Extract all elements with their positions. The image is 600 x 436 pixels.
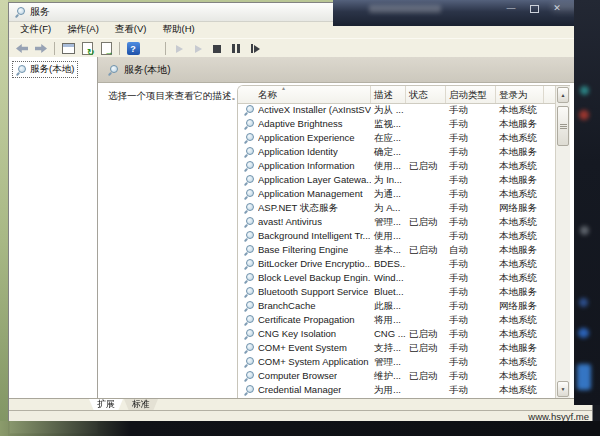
service-row[interactable]: Certificate Propagation 将用... 手动 本地系统	[238, 313, 555, 327]
service-logon-as: 本地系统	[496, 327, 544, 341]
column-header[interactable]: ▴描述	[371, 86, 406, 103]
service-row[interactable]: Base Filtering Engine 基本... 已启动 自动 本地服务	[238, 243, 555, 257]
service-description: 为从 ...	[371, 103, 406, 117]
maximize-button[interactable]	[527, 2, 541, 14]
service-icon	[244, 357, 254, 367]
service-status	[406, 313, 446, 327]
service-row[interactable]: ActiveX Installer (AxInstSV) 为从 ... 手动 本…	[238, 103, 555, 117]
menu-item[interactable]: 帮助(H)	[154, 21, 202, 38]
tree-item-services-local[interactable]: 服务(本地)	[13, 62, 77, 77]
back-icon[interactable]	[13, 41, 31, 57]
service-startup-type: 手动	[446, 257, 496, 271]
service-name: Application Information	[258, 159, 355, 173]
forward-icon[interactable]	[32, 41, 50, 57]
service-name: CNG Key Isolation	[258, 327, 336, 341]
service-description: CNG ...	[371, 327, 406, 341]
close-button[interactable]: ✕	[550, 2, 564, 14]
service-name: ASP.NET 状态服务	[258, 201, 338, 215]
service-description: 使用...	[371, 159, 406, 173]
service-startup-type: 手动	[446, 131, 496, 145]
service-startup-type: 手动	[446, 215, 496, 229]
service-status	[406, 145, 446, 159]
service-row[interactable]: avast! Antivirus 管理... 已启动 手动 本地系统	[238, 215, 555, 229]
column-header[interactable]: ▴登录为	[496, 86, 544, 103]
stop-service-icon[interactable]	[208, 41, 226, 57]
resume-service-icon[interactable]	[189, 41, 207, 57]
start-service-icon[interactable]	[170, 41, 188, 57]
service-logon-as: 本地系统	[496, 229, 544, 243]
service-icon	[244, 301, 254, 311]
service-row[interactable]: BitLocker Drive Encryptio... BDES... 手动 …	[238, 257, 555, 271]
service-status: 已启动	[406, 215, 446, 229]
details-header: 服务(本地)	[98, 57, 592, 83]
service-row[interactable]: Application Identity 确定... 手动 本地服务	[238, 145, 555, 159]
service-icon	[244, 203, 254, 213]
scroll-up-button[interactable]: ▲	[557, 87, 569, 103]
pause-service-icon[interactable]	[227, 41, 245, 57]
service-startup-type: 手动	[446, 341, 496, 355]
service-icon	[244, 119, 254, 129]
column-header[interactable]: ▴启动类型	[446, 86, 496, 103]
sort-indicator-icon: ▴	[282, 86, 285, 91]
service-row[interactable]: Background Intelligent Tr... 使用... 手动 本地…	[238, 229, 555, 243]
column-header[interactable]: ▴状态	[406, 86, 446, 103]
service-status	[406, 383, 446, 397]
service-row[interactable]: Application Management 为通... 手动 本地系统	[238, 187, 555, 201]
menu-item[interactable]: 文件(F)	[12, 21, 59, 38]
background-window-titlebar: — ✕	[333, 0, 600, 26]
service-row[interactable]: CNG Key Isolation CNG ... 已启动 手动 本地系统	[238, 327, 555, 341]
service-status	[406, 285, 446, 299]
vertical-scrollbar[interactable]: ▲ ▼	[555, 86, 570, 398]
help-icon[interactable]: ?	[124, 41, 142, 57]
services-list-panel: ▴名称▴描述▴状态▴启动类型▴登录为 ActiveX Installer (Ax…	[237, 85, 570, 398]
service-startup-type: 手动	[446, 313, 496, 327]
service-status: 已启动	[406, 327, 446, 341]
show-window-icon[interactable]	[59, 41, 77, 57]
service-row[interactable]: Credential Manager 为用... 手动 本地系统	[238, 383, 555, 397]
service-logon-as: 本地系统	[496, 313, 544, 327]
column-header[interactable]: ▴名称	[238, 86, 371, 103]
service-name: COM+ System Application	[258, 355, 369, 369]
service-logon-as: 网络服务	[496, 201, 544, 215]
service-status	[406, 257, 446, 271]
service-row[interactable]: Adaptive Brightness 监视... 手动 本地服务	[238, 117, 555, 131]
service-row[interactable]: Block Level Backup Engin... Wind... 手动 本…	[238, 271, 555, 285]
service-startup-type: 手动	[446, 383, 496, 397]
service-logon-as: 本地系统	[496, 215, 544, 229]
service-description: 支持...	[371, 341, 406, 355]
service-status: 已启动	[406, 341, 446, 355]
export-list-icon[interactable]: →	[97, 41, 115, 57]
service-icon	[244, 273, 254, 283]
service-icon	[244, 259, 254, 269]
service-description: 管理...	[371, 355, 406, 369]
service-row[interactable]: COM+ System Application 管理... 手动 本地系统	[238, 355, 555, 369]
menu-item[interactable]: 查看(V)	[107, 21, 155, 38]
service-row[interactable]: BranchCache 此服... 手动 网络服务	[238, 299, 555, 313]
service-description: BDES...	[371, 257, 406, 271]
service-row[interactable]: Computer Browser 维护... 已启动 手动 本地系统	[238, 369, 555, 383]
console-tree-icon[interactable]	[143, 41, 161, 57]
restart-service-icon[interactable]	[246, 41, 264, 57]
service-startup-type: 手动	[446, 355, 496, 369]
service-row[interactable]: COM+ Event System 支持... 已启动 手动 本地服务	[238, 341, 555, 355]
details-header-title: 服务(本地)	[124, 63, 171, 77]
view-tabs-row: 扩展标准	[9, 398, 592, 410]
refresh-icon[interactable]: ↻	[78, 41, 96, 57]
service-icon	[244, 245, 254, 255]
service-row[interactable]: Application Information 使用... 已启动 手动 本地系…	[238, 159, 555, 173]
service-icon	[244, 385, 254, 395]
service-row[interactable]: Application Layer Gatewa... 为 In... 手动 本…	[238, 173, 555, 187]
service-name: Application Management	[258, 187, 363, 201]
minimize-button[interactable]: —	[504, 2, 518, 14]
service-startup-type: 手动	[446, 229, 496, 243]
scroll-thumb[interactable]	[557, 106, 569, 146]
menu-item[interactable]: 操作(A)	[59, 21, 107, 38]
service-logon-as: 本地系统	[496, 383, 544, 397]
service-logon-as: 本地服务	[496, 145, 544, 159]
service-row[interactable]: Application Experience 在应... 手动 本地系统	[238, 131, 555, 145]
service-name: Application Experience	[258, 131, 355, 145]
service-row[interactable]: ASP.NET 状态服务 为 A... 手动 网络服务	[238, 201, 555, 215]
service-startup-type: 手动	[446, 201, 496, 215]
service-row[interactable]: Bluetooth Support Service Bluet... 手动 本地…	[238, 285, 555, 299]
scroll-down-button[interactable]: ▼	[557, 381, 569, 397]
